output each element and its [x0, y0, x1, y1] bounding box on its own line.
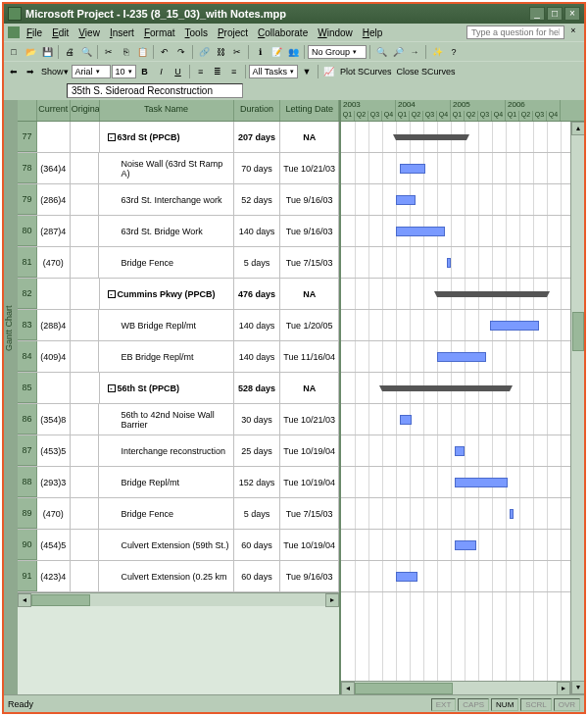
font-combo[interactable]: Arial: [72, 65, 111, 78]
save-button[interactable]: 💾: [39, 44, 55, 60]
cell-letting[interactable]: Tue 9/16/03: [280, 184, 339, 215]
cell-original[interactable]: [71, 498, 100, 529]
gantt-body[interactable]: [341, 122, 584, 681]
row-number[interactable]: 87: [18, 435, 37, 466]
menu-close-button[interactable]: ×: [566, 26, 580, 39]
cell-duration[interactable]: 30 days: [234, 404, 281, 435]
close-button[interactable]: ×: [564, 7, 580, 21]
cell-letting[interactable]: NA: [280, 373, 339, 403]
task-bar[interactable]: [455, 540, 476, 550]
cell-duration[interactable]: 52 days: [234, 184, 281, 215]
table-row[interactable]: 86(354)856th to 42nd Noise Wall Barrier3…: [18, 404, 339, 435]
info-button[interactable]: ℹ: [252, 44, 268, 60]
gantt-row[interactable]: [341, 530, 584, 561]
gantt-row[interactable]: [341, 498, 584, 530]
outline-toggle-icon[interactable]: -: [108, 290, 116, 298]
cell-letting[interactable]: Tue 10/21/03: [280, 404, 339, 435]
new-button[interactable]: □: [6, 44, 22, 60]
taskname-header[interactable]: Task Name: [100, 100, 234, 121]
gantt-row[interactable]: [341, 122, 584, 153]
cell-letting[interactable]: NA: [280, 122, 339, 152]
cell-taskname[interactable]: Bridge Fence: [99, 498, 233, 529]
table-row[interactable]: 81(470)Bridge Fence5 daysTue 7/15/03: [18, 247, 339, 279]
timescale-header[interactable]: 2003200420052006 Q1Q2Q3Q4Q1Q2Q3Q4Q1Q2Q3Q…: [341, 100, 584, 122]
wizard-button[interactable]: ✨: [429, 44, 445, 60]
gantt-row[interactable]: [341, 279, 584, 310]
row-number[interactable]: 78: [18, 153, 37, 183]
notes-button[interactable]: 📝: [269, 44, 284, 60]
cell-letting[interactable]: Tue 1/20/05: [280, 310, 339, 340]
cell-current[interactable]: (288)4: [37, 310, 71, 340]
row-number[interactable]: 77: [18, 122, 37, 152]
gantt-row[interactable]: [341, 373, 584, 404]
summary-bar[interactable]: [382, 385, 510, 391]
outline-toggle-icon[interactable]: -: [108, 384, 116, 392]
table-row[interactable]: 79(286)463rd St. Interchange work52 days…: [18, 184, 339, 216]
cell-duration[interactable]: 207 days: [234, 122, 281, 152]
task-bar[interactable]: [490, 321, 539, 331]
open-button[interactable]: 📂: [23, 44, 38, 60]
cell-taskname[interactable]: Bridge Fence: [99, 247, 233, 278]
entry-field[interactable]: 35th S. Sideroad Reconstruction: [67, 83, 243, 98]
cell-current[interactable]: (454)5: [37, 530, 71, 560]
cell-original[interactable]: [71, 247, 100, 278]
gscroll-left-button[interactable]: ◂: [341, 682, 355, 694]
plot-scurves-button[interactable]: Plot SCurves: [338, 67, 394, 77]
table-hscroll[interactable]: ◂ ▸: [18, 592, 339, 606]
unlink-button[interactable]: ⛓: [213, 44, 228, 60]
outline-toggle-icon[interactable]: -: [108, 133, 116, 141]
gantt-row[interactable]: [341, 467, 584, 498]
table-row[interactable]: 80(287)463rd St. Bridge Work140 daysTue …: [18, 216, 339, 247]
table-row[interactable]: 78(364)4Noise Wall (63rd St Ramp A)70 da…: [18, 153, 339, 184]
cell-original[interactable]: [71, 530, 100, 560]
cell-original[interactable]: [71, 122, 100, 152]
cell-letting[interactable]: Tue 10/21/03: [280, 153, 339, 183]
cell-current[interactable]: (423)4: [37, 561, 71, 591]
cell-original[interactable]: [71, 467, 100, 497]
cell-original[interactable]: [71, 373, 100, 403]
group-combo[interactable]: No Group: [308, 45, 367, 59]
cell-original[interactable]: [71, 404, 100, 435]
cell-duration[interactable]: 140 days: [234, 310, 281, 340]
row-number[interactable]: 85: [18, 373, 37, 403]
cell-duration[interactable]: 140 days: [234, 216, 281, 246]
cell-current[interactable]: (287)4: [37, 216, 71, 246]
bold-button[interactable]: B: [137, 64, 153, 79]
table-row[interactable]: 84(409)4EB Bridge Repl/mt140 daysTue 11/…: [18, 341, 339, 373]
cell-current[interactable]: (364)4: [37, 153, 71, 183]
cell-letting[interactable]: Tue 7/15/03: [280, 498, 339, 529]
gantt-row[interactable]: [341, 247, 584, 279]
menu-collaborate[interactable]: Collaborate: [253, 26, 313, 39]
copy-button[interactable]: ⎘: [118, 44, 133, 60]
preview-button[interactable]: 🔍: [78, 44, 94, 60]
cell-current[interactable]: (470): [37, 498, 71, 529]
cell-letting[interactable]: NA: [280, 279, 339, 309]
gantt-hscroll[interactable]: ◂ ▸: [341, 681, 570, 694]
help-button[interactable]: ?: [446, 44, 462, 60]
cell-current[interactable]: (293)3: [37, 467, 71, 497]
gantt-row[interactable]: [341, 404, 584, 435]
table-row[interactable]: 88(293)3Bridge Repl/mt152 daysTue 10/19/…: [18, 467, 339, 498]
task-bar[interactable]: [400, 164, 425, 174]
scroll-up-button[interactable]: ▴: [571, 122, 584, 135]
task-bar[interactable]: [400, 415, 412, 425]
cut-button[interactable]: ✂: [101, 44, 117, 60]
menu-format[interactable]: Format: [139, 26, 180, 39]
cell-current[interactable]: (409)4: [37, 341, 71, 372]
underline-button[interactable]: U: [171, 64, 186, 79]
view-tab-gantt[interactable]: Gantt Chart: [4, 100, 18, 694]
cell-letting[interactable]: Tue 7/15/03: [280, 247, 339, 278]
menu-file[interactable]: File: [22, 26, 47, 39]
rownum-header[interactable]: [18, 100, 37, 121]
row-number[interactable]: 91: [18, 561, 37, 591]
cell-taskname[interactable]: 63rd St. Interchange work: [99, 184, 233, 215]
cell-original[interactable]: [71, 153, 100, 183]
cell-duration[interactable]: 60 days: [234, 561, 281, 591]
task-bar[interactable]: [396, 572, 417, 582]
cell-current[interactable]: (470): [37, 247, 71, 278]
scroll-down-button[interactable]: ▾: [571, 681, 584, 694]
cell-current[interactable]: (453)5: [37, 435, 71, 466]
cell-taskname[interactable]: Noise Wall (63rd St Ramp A): [99, 153, 233, 183]
cell-current[interactable]: (354)8: [37, 404, 71, 435]
row-number[interactable]: 80: [18, 216, 37, 246]
